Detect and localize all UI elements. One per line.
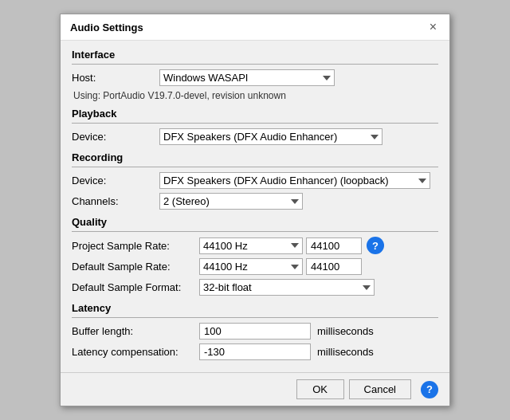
channels-row: Channels: 2 (Stereo) 1 (Mono)	[72, 193, 438, 210]
playback-device-label: Device:	[72, 131, 159, 143]
dialog-content: Interface Host: Windows WASAPI Using: Po…	[61, 41, 449, 372]
buffer-length-input[interactable]	[199, 323, 311, 340]
playback-section-label: Playback	[72, 108, 438, 120]
default-sample-format-select[interactable]: 32-bit float 16-bit 24-bit	[199, 279, 375, 296]
recording-device-select[interactable]: DFX Speakers (DFX Audio Enhancer) (loopb…	[159, 172, 430, 189]
interface-divider	[72, 64, 438, 65]
latency-comp-unit-label: milliseconds	[317, 346, 374, 358]
close-button[interactable]: ×	[426, 21, 440, 33]
default-sample-rate-row: Default Sample Rate: 44100 Hz 48000 Hz 9…	[72, 258, 438, 275]
quality-divider	[72, 231, 438, 232]
project-sample-rate-row: Project Sample Rate: 44100 Hz 48000 Hz 9…	[72, 237, 438, 254]
interface-section-label: Interface	[72, 49, 438, 61]
ok-button[interactable]: OK	[296, 379, 344, 399]
recording-divider	[72, 167, 438, 167]
dialog-title: Audio Settings	[70, 22, 143, 33]
latency-comp-row: Latency compensation: milliseconds	[72, 343, 438, 360]
footer-help-button[interactable]: ?	[421, 381, 438, 398]
buffer-unit-label: milliseconds	[317, 325, 374, 337]
latency-comp-label: Latency compensation:	[72, 346, 199, 358]
default-sample-format-row: Default Sample Format: 32-bit float 16-b…	[72, 279, 438, 296]
project-sample-rate-select[interactable]: 44100 Hz 48000 Hz 96000 Hz	[199, 237, 303, 254]
default-sample-rate-label: Default Sample Rate:	[72, 261, 199, 273]
latency-comp-input[interactable]	[199, 343, 311, 360]
project-sample-rate-label: Project Sample Rate:	[72, 240, 199, 252]
default-sample-rate-input[interactable]: 44100	[306, 258, 362, 275]
host-select[interactable]: Windows WASAPI	[159, 69, 335, 86]
recording-device-row: Device: DFX Speakers (DFX Audio Enhancer…	[72, 172, 438, 189]
playback-divider	[72, 123, 438, 124]
host-label: Host:	[72, 72, 159, 84]
dialog-footer: OK Cancel ?	[61, 372, 449, 406]
quality-section-label: Quality	[72, 216, 438, 228]
host-row: Host: Windows WASAPI	[72, 69, 438, 86]
buffer-length-row: Buffer length: milliseconds	[72, 323, 438, 340]
default-sample-rate-select[interactable]: 44100 Hz 48000 Hz 96000 Hz	[199, 258, 303, 275]
audio-settings-dialog: Audio Settings × Interface Host: Windows…	[60, 14, 450, 406]
buffer-length-label: Buffer length:	[72, 325, 199, 337]
channels-label: Channels:	[72, 195, 159, 207]
latency-section-label: Latency	[72, 302, 438, 314]
playback-device-select[interactable]: DFX Speakers (DFX Audio Enhancer)	[159, 128, 382, 145]
channels-select[interactable]: 2 (Stereo) 1 (Mono)	[159, 193, 303, 210]
cancel-button[interactable]: Cancel	[349, 379, 411, 399]
project-sample-rate-input[interactable]: 44100	[306, 237, 362, 254]
recording-section-label: Recording	[72, 151, 438, 163]
default-sample-format-label: Default Sample Format:	[72, 281, 199, 293]
using-text: Using: PortAudio V19.7.0-devel, revision…	[73, 90, 438, 101]
recording-device-label: Device:	[72, 175, 159, 186]
playback-device-row: Device: DFX Speakers (DFX Audio Enhancer…	[72, 128, 438, 145]
latency-divider	[72, 317, 438, 318]
title-bar: Audio Settings ×	[61, 14, 449, 41]
project-sample-rate-help-button[interactable]: ?	[367, 237, 384, 254]
